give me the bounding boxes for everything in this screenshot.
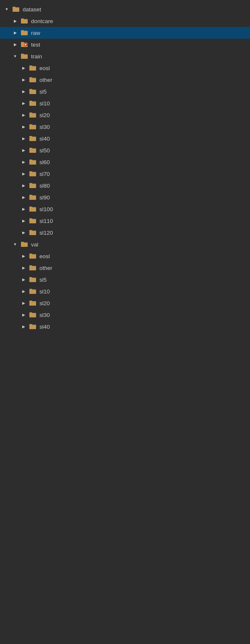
folder-icon-train-sl100 [29,205,37,213]
tree-item-train-sl20[interactable]: sl20 [0,109,250,121]
tree-item-train-other[interactable]: other [0,74,250,86]
folder-icon-train-sl120 [29,228,37,237]
chevron-train-sl20[interactable] [20,112,27,118]
tree-item-val-sl20[interactable]: sl20 [0,297,250,309]
tree-item-val-sl5[interactable]: sl5 [0,274,250,285]
tree-item-train-eosl[interactable]: eosl [0,62,250,74]
chevron-val-eosl[interactable] [20,253,27,259]
tree-item-train-sl120[interactable]: sl120 [0,227,250,238]
tree-item-train-sl70[interactable]: sl70 [0,168,250,180]
label-val-eosl: eosl [39,253,50,259]
label-val-sl20: sl20 [39,300,50,306]
tree-item-raw[interactable]: raw [0,27,250,39]
folder-icon-train-sl80 [29,181,37,190]
folder-icon-train-sl70 [29,170,37,178]
folder-icon-val-sl30 [29,311,37,319]
tree-item-val-sl40[interactable]: sl40 [0,321,250,332]
chevron-raw[interactable] [12,29,18,36]
folder-icon-val-eosl [29,252,37,260]
tree-item-train-sl5[interactable]: sl5 [0,86,250,97]
chevron-train-sl100[interactable] [20,206,27,212]
tree-item-val-eosl[interactable]: eosl [0,250,250,262]
chevron-train-sl40[interactable] [20,135,27,142]
tree-item-dontcare[interactable]: dontcare [0,15,250,27]
chevron-train-other[interactable] [20,76,27,83]
tree-item-train-sl80[interactable]: sl80 [0,180,250,191]
label-train-eosl: eosl [39,65,50,71]
tree-item-train-sl50[interactable]: sl50 [0,144,250,156]
chevron-train-sl80[interactable] [20,182,27,189]
chevron-val[interactable] [12,241,18,248]
label-train-sl110: sl110 [39,218,53,224]
chevron-train-sl10[interactable] [20,100,27,107]
tree-item-train-sl110[interactable]: sl110 [0,215,250,227]
label-train-sl80: sl80 [39,183,50,189]
folder-icon-val-sl10 [29,287,37,296]
tree-item-test[interactable]: test [0,39,250,50]
tree-item-train-sl90[interactable]: sl90 [0,191,250,203]
folder-icon-train-sl50 [29,146,37,154]
label-val-sl30: sl30 [39,312,50,318]
folder-icon-train-sl60 [29,158,37,166]
chevron-train-sl60[interactable] [20,159,27,165]
label-train-sl50: sl50 [39,147,50,154]
label-dontcare: dontcare [31,18,53,24]
chevron-val-sl5[interactable] [20,276,27,283]
label-train-sl90: sl90 [39,194,50,201]
label-train-sl100: sl100 [39,206,53,212]
folder-icon-train-sl90 [29,193,37,202]
chevron-train[interactable] [12,53,18,60]
label-val: val [31,241,38,248]
chevron-val-other[interactable] [20,264,27,271]
chevron-train-sl120[interactable] [20,229,27,236]
label-train: train [31,53,42,60]
label-train-sl5: sl5 [39,89,47,95]
chevron-val-sl40[interactable] [20,323,27,330]
folder-icon-test [20,40,29,49]
chevron-dataset[interactable] [3,6,10,13]
folder-icon-dataset [12,5,20,13]
chevron-train-eosl[interactable] [20,65,27,71]
label-train-sl10: sl10 [39,100,50,107]
tree-item-val-sl30[interactable]: sl30 [0,309,250,321]
tree-item-train-sl30[interactable]: sl30 [0,121,250,133]
chevron-train-sl50[interactable] [20,147,27,154]
chevron-val-sl30[interactable] [20,312,27,318]
label-train-sl70: sl70 [39,171,50,177]
chevron-train-sl110[interactable] [20,217,27,224]
label-dataset: dataset [23,6,41,13]
tree-item-train-sl60[interactable]: sl60 [0,156,250,168]
tree-item-dataset[interactable]: dataset [0,3,250,15]
tree-item-train[interactable]: train [0,50,250,62]
tree-item-train-sl100[interactable]: sl100 [0,203,250,215]
folder-icon-val-other [29,264,37,272]
label-train-sl120: sl120 [39,230,53,236]
tree-item-train-sl10[interactable]: sl10 [0,97,250,109]
label-val-sl5: sl5 [39,277,47,283]
label-val-sl10: sl10 [39,288,50,295]
folder-icon-val-sl40 [29,322,37,331]
chevron-train-sl30[interactable] [20,123,27,130]
label-test: test [31,42,40,48]
folder-icon-val-sl5 [29,275,37,284]
tree-item-val[interactable]: val [0,238,250,250]
folder-icon-train-sl10 [29,99,37,107]
chevron-train-sl70[interactable] [20,170,27,177]
folder-icon-dontcare [20,17,29,25]
chevron-train-sl5[interactable] [20,88,27,95]
folder-icon-train-sl40 [29,134,37,143]
label-train-other: other [39,77,52,83]
chevron-train-sl90[interactable] [20,194,27,201]
chevron-test[interactable] [12,41,18,48]
chevron-val-sl20[interactable] [20,300,27,306]
chevron-val-sl10[interactable] [20,288,27,295]
tree-item-train-sl40[interactable]: sl40 [0,133,250,144]
folder-icon-val [20,240,29,249]
folder-icon-val-sl20 [29,299,37,307]
label-val-sl40: sl40 [39,324,50,330]
folder-icon-train-eosl [29,64,37,72]
label-train-sl40: sl40 [39,136,50,142]
chevron-dontcare[interactable] [12,18,18,24]
tree-item-val-sl10[interactable]: sl10 [0,285,250,297]
tree-item-val-other[interactable]: other [0,262,250,274]
